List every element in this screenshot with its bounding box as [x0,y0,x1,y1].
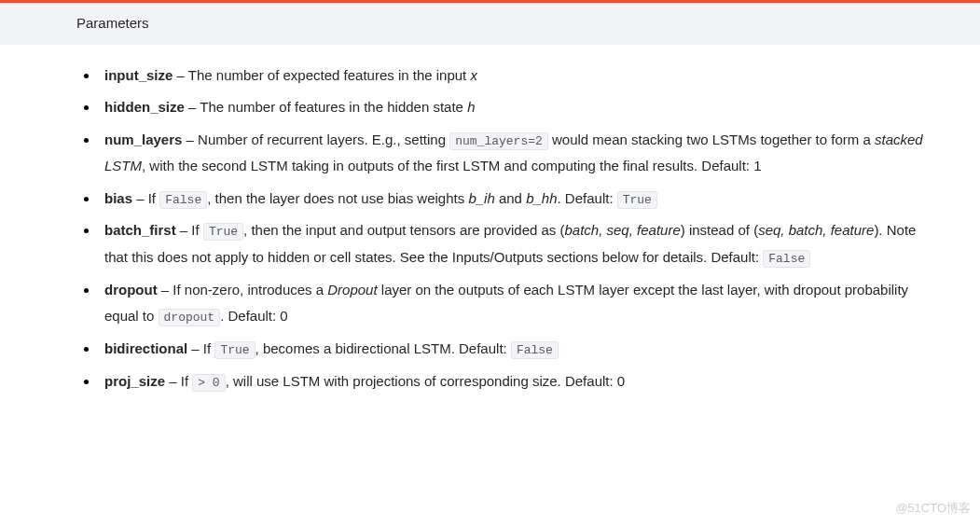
param-desc: . Default: [558,190,617,206]
param-em: b_ih [468,190,494,206]
code-literal: True [203,223,243,241]
param-desc: – If [169,373,192,389]
parameters-list: input_size – The number of expected feat… [76,62,943,395]
param-batch-first: batch_first – If True, then the input an… [76,217,943,270]
param-num-layers: num_layers – Number of recurrent layers.… [76,127,943,180]
param-desc: , then the input and output tensors are … [243,222,564,238]
param-hidden-size: hidden_size – The number of features in … [76,94,943,121]
code-literal: num_layers=2 [449,132,548,150]
param-name: batch_first [104,222,176,238]
param-proj-size: proj_size – If > 0, will use LSTM with p… [76,368,943,395]
code-literal: dropout [159,309,221,326]
param-desc: ) instead of ( [681,222,758,238]
param-desc: , then the layer does not use bias weigh… [207,190,468,206]
code-literal: True [214,341,255,359]
param-desc: , becomes a bidirectional LSTM. Default: [255,340,511,356]
watermark: @51CTO博客 [895,497,971,520]
page-wrap: Parameters input_size – The number of ex… [0,0,980,526]
param-var: x [470,67,477,83]
param-desc: – If [136,190,159,206]
param-name: input_size [104,67,173,83]
code-literal: False [763,250,810,268]
param-desc: would mean stacking two LSTMs together t… [548,132,875,147]
param-desc: – The number of features in the hidden s… [188,99,467,115]
param-desc: – If [191,340,214,356]
code-literal: False [511,341,559,359]
param-desc: , with the second LSTM taking in outputs… [142,158,762,173]
param-desc: – Number of recurrent layers. E.g., sett… [186,132,450,147]
param-input-size: input_size – The number of expected feat… [76,62,943,90]
param-bidirectional: bidirectional – If True, becomes a bidir… [76,336,943,363]
code-literal: > 0 [192,374,225,392]
param-dropout: dropout – If non-zero, introduces a Drop… [76,277,943,330]
param-desc: . Default: 0 [220,308,288,324]
param-desc: – If non-zero, introduces a [161,282,327,298]
param-name: num_layers [104,132,182,147]
param-desc: , will use LSTM with projections of corr… [226,373,626,389]
code-literal: True [617,191,657,209]
param-name: bias [104,190,132,206]
param-var: h [467,99,475,115]
parameters-content: input_size – The number of expected feat… [0,46,980,410]
param-name: hidden_size [104,99,185,115]
param-desc: and [495,190,526,206]
param-em: seq, batch, feature [758,222,874,238]
param-em: Dropout [327,282,377,298]
parameters-header: Parameters [0,3,980,46]
param-em: batch, seq, feature [565,222,681,238]
param-em: b_hh [526,190,557,206]
code-literal: False [159,191,207,209]
param-name: bidirectional [104,340,187,356]
param-name: proj_size [104,373,165,389]
param-desc: – The number of expected features in the… [177,67,471,83]
header-title: Parameters [76,15,149,31]
param-desc: – If [180,222,203,238]
param-name: dropout [104,282,158,298]
param-bias: bias – If False, then the layer does not… [76,186,943,213]
